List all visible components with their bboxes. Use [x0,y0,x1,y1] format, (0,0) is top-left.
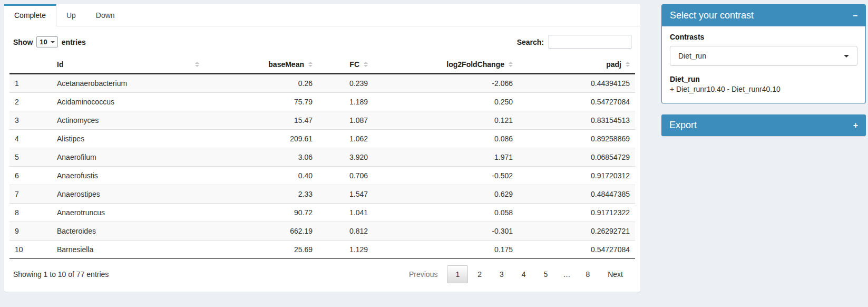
table-cell-fc: 0.812 [318,222,373,241]
table-row[interactable]: 3Actinomyces15.471.0870.1210.83154513 [9,111,635,130]
pagination-page-4[interactable]: 4 [513,265,534,283]
table-row[interactable]: 9Bacteroides662.190.812-0.3010.26292721 [9,222,635,241]
column-label: log2FoldChange [446,60,504,69]
column-label: padj [606,60,621,69]
pagination-page-1[interactable]: 1 [447,265,468,283]
tab-up[interactable]: Up [56,4,86,26]
pagination-previous[interactable]: Previous [401,265,446,283]
page-length-control: Show 10 entries [13,36,86,47]
sidebar-right: Select your contrast − Contrasts Diet_ru… [661,4,866,136]
table-cell-fc: 1.087 [318,111,373,130]
search-label: Search: [517,38,544,46]
tab-down[interactable]: Down [86,4,125,26]
table-cell-padj: 0.83154513 [518,111,635,130]
table-row[interactable]: 6Anaerofustis0.400.706-0.5020.91720312 [9,167,635,185]
column-header-padj[interactable]: padj [518,55,635,74]
table-header-row: Id baseMean FC [9,55,635,74]
tab-content: Show 10 entries Search: [4,26,640,292]
pagination-next[interactable]: Next [599,265,631,283]
table-cell-baseMean: 2.33 [204,185,318,204]
table-cell-log2fc: 0.058 [373,204,518,222]
table-row[interactable]: 1Acetanaerobacterium0.260.239-2.0660.443… [9,74,635,93]
column-header-log2foldchange[interactable]: log2FoldChange [373,55,518,74]
contrasts-label: Contrasts [670,33,857,41]
pagination: Previous 12345…8 Next [399,265,631,283]
contrast-box-header: Select your contrast − [662,5,865,26]
table-row[interactable]: 2Acidaminococcus75.791.1890.2500.5472708… [9,93,635,111]
page-length-value: 10 [40,38,47,46]
sort-icon [308,62,313,67]
column-header-rownum [9,55,52,74]
results-tabbox: Complete Up Down Show 10 entries Search: [4,4,640,292]
table-cell-fc: 0.239 [318,74,373,93]
pagination-page-8[interactable]: 8 [577,265,598,283]
table-cell-fc: 1.189 [318,93,373,111]
table-cell-padj: 0.91720312 [518,167,635,185]
table-cell-id: Anaerofustis [52,167,204,185]
table-cell-padj: 0.91712322 [518,204,635,222]
table-cell-log2fc: 0.086 [373,130,518,148]
table-footer: Showing 1 to 10 of 77 entries Previous 1… [9,259,635,289]
table-cell-baseMean: 3.06 [204,148,318,167]
column-header-fc[interactable]: FC [318,55,373,74]
table-cell-baseMean: 0.40 [204,167,318,185]
export-box-title: Export [669,120,697,131]
table-cell-num: 10 [9,241,52,259]
table-cell-padj: 0.26292721 [518,222,635,241]
tab-bar: Complete Up Down [4,4,640,26]
table-body: 1Acetanaerobacterium0.260.239-2.0660.443… [9,74,635,259]
contrasts-select-value: Diet_run [678,52,706,60]
column-label: baseMean [268,60,304,69]
table-cell-log2fc: -2.066 [373,74,518,93]
table-cell-log2fc: 0.629 [373,185,518,204]
page-length-select[interactable]: 10 [36,36,57,47]
entries-label: entries [62,38,86,46]
table-cell-padj: 0.06854729 [518,148,635,167]
export-box-header[interactable]: Export + [661,114,866,136]
search-input[interactable] [549,35,631,49]
column-header-id[interactable]: Id [52,55,204,74]
table-cell-fc: 1.062 [318,130,373,148]
table-cell-id: Anaerotruncus [52,204,204,222]
table-cell-log2fc: 0.250 [373,93,518,111]
table-cell-log2fc: -0.301 [373,222,518,241]
table-row[interactable]: 5Anaerofilum3.063.9201.9710.06854729 [9,148,635,167]
table-row[interactable]: 4Alistipes209.611.0620.0860.89258869 [9,130,635,148]
table-cell-id: Bacteroides [52,222,204,241]
table-cell-id: Acetanaerobacterium [52,74,204,93]
table-row[interactable]: 7Anaerostipes2.331.5470.6290.48447385 [9,185,635,204]
contrasts-select[interactable]: Diet_run [670,46,857,66]
pagination-page-2[interactable]: 2 [469,265,490,283]
table-cell-id: Alistipes [52,130,204,148]
table-cell-num: 1 [9,74,52,93]
table-cell-id: Anaerostipes [52,185,204,204]
table-cell-padj: 0.54727084 [518,241,635,259]
tab-complete[interactable]: Complete [4,4,56,26]
show-label: Show [13,38,33,46]
pagination-pages: 12345…8 [446,265,598,283]
collapse-minus-icon[interactable]: − [853,12,857,20]
contrast-box-body: Contrasts Diet_run Diet_run + Diet_runr1… [662,26,865,103]
table-cell-log2fc: 0.121 [373,111,518,130]
pagination-page-5[interactable]: 5 [535,265,557,283]
sort-icon [509,62,513,67]
table-cell-fc: 1.547 [318,185,373,204]
table-cell-baseMean: 662.19 [204,222,318,241]
column-header-basemean[interactable]: baseMean [204,55,318,74]
results-table: Id baseMean FC [9,55,635,259]
expand-plus-icon[interactable]: + [853,121,858,130]
sort-icon [626,62,630,67]
table-info: Showing 1 to 10 of 77 entries [13,270,109,279]
table-cell-log2fc: -0.502 [373,167,518,185]
table-controls: Show 10 entries Search: [9,32,635,55]
table-cell-id: Acidaminococcus [52,93,204,111]
table-cell-num: 8 [9,204,52,222]
table-row[interactable]: 10Barnesiella25.691.1290.1750.54727084 [9,241,635,259]
pagination-ellipsis: … [557,265,576,283]
table-cell-num: 9 [9,222,52,241]
contrast-box-title: Select your contrast [670,10,754,21]
table-row[interactable]: 8Anaerotruncus90.721.0410.0580.91712322 [9,204,635,222]
table-cell-id: Barnesiella [52,241,204,259]
chevron-down-icon [844,55,849,57]
pagination-page-3[interactable]: 3 [491,265,512,283]
